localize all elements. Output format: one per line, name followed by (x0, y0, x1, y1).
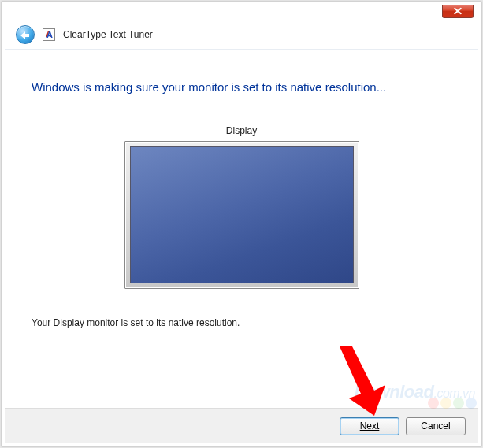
app-icon: AA (43, 28, 55, 41)
titlebar (5, 5, 478, 20)
back-button[interactable] (16, 25, 35, 44)
monitor-preview[interactable] (124, 141, 359, 289)
window-frame: AA ClearType Text Tuner Windows is makin… (2, 2, 481, 446)
back-arrow-icon (20, 31, 25, 39)
window-title: ClearType Text Tuner (63, 29, 153, 40)
display-label: Display (32, 125, 451, 136)
monitor-preview-wrap (32, 141, 451, 289)
cancel-button[interactable]: Cancel (406, 417, 466, 435)
close-icon (453, 8, 463, 15)
next-button-label: Next (360, 420, 380, 431)
close-button[interactable] (442, 5, 474, 18)
monitor-screen (130, 146, 354, 283)
page-heading: Windows is making sure your monitor is s… (32, 80, 451, 94)
header-bar: AA ClearType Text Tuner (5, 20, 478, 50)
footer-bar: Next Cancel (5, 408, 478, 443)
content-area: Windows is making sure your monitor is s… (5, 50, 478, 406)
next-button[interactable]: Next (340, 417, 399, 435)
status-text: Your Display monitor is set to its nativ… (32, 317, 451, 328)
